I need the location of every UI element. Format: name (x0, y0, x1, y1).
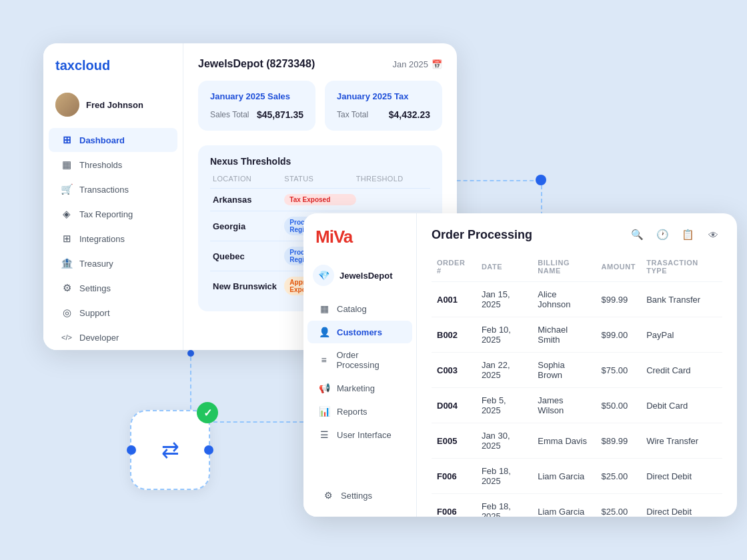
order-amount: $99.00 (596, 317, 642, 353)
developer-icon: </> (61, 331, 73, 343)
order-date: Jan 15, 2025 (476, 282, 532, 317)
sidebar-item-label: Thresholds (79, 160, 122, 170)
nexus-table-header: Location Status Threshold (210, 175, 430, 188)
miva-main: Order Processing 🔍 🕐 📋 👁 ORDER # DATE BI… (417, 213, 737, 517)
order-amount: $50.00 (596, 388, 642, 423)
col-order: ORDER # (432, 255, 476, 282)
order-amount: $99.99 (596, 282, 642, 317)
nav-label: Reports (337, 407, 367, 417)
sales-value: $45,871.35 (257, 109, 303, 120)
col-location: Location (213, 175, 284, 183)
nav-label: Settings (341, 491, 372, 501)
tax-reporting-icon: ◈ (61, 208, 73, 220)
order-date: Jan 22, 2025 (476, 353, 532, 388)
nav-label: Order Processing (336, 350, 402, 370)
sales-card: January 2025 Sales Sales Total $45,871.3… (198, 81, 315, 131)
username: Fred Johnson (86, 100, 143, 110)
transaction-type: Credit Card (641, 353, 722, 388)
miva-nav-marketing[interactable]: 📢 Marketing (307, 377, 412, 399)
miva-nav-order-processing[interactable]: ≡ Order Processing (307, 344, 412, 376)
sidebar-item-label: Developer (79, 333, 119, 343)
miva-logo: MiVa (303, 227, 416, 258)
support-icon: ◎ (61, 307, 73, 319)
billing-name: Alice Johnson (532, 282, 596, 317)
settings-icon: ⚙ (61, 282, 73, 294)
miva-nav-reports[interactable]: 📊 Reports (307, 400, 412, 423)
sidebar-item-label: Dashboard (79, 135, 125, 145)
col-date: DATE (476, 255, 532, 282)
col-transaction-type: TRASACTION TYPE (641, 255, 722, 282)
sidebar-item-label: Support (79, 308, 110, 318)
sidebar-item-transactions[interactable]: 🛒 Transactions (49, 177, 177, 201)
transactions-icon: 🛒 (61, 183, 73, 195)
store-icon: 💎 (313, 265, 334, 286)
store-date: Jan 2025 📅 (393, 59, 443, 69)
sidebar-item-dashboard[interactable]: ⊞ Dashboard (49, 128, 177, 152)
nav-label: User Interface (337, 430, 392, 440)
transaction-type: Wire Transfer (641, 423, 722, 459)
search-icon[interactable]: 🔍 (628, 225, 646, 244)
miva-main-header: Order Processing 🔍 🕐 📋 👁 (432, 225, 722, 244)
store-name-label: JewelsDepot (339, 271, 392, 281)
store-name: JewelsDepot (8273348) (198, 58, 315, 70)
miva-nav-customers[interactable]: 👤 Customers (307, 321, 412, 343)
miva-store-selector[interactable]: 💎 JewelsDepot (303, 258, 416, 297)
catalog-icon: ▦ (318, 303, 330, 314)
settings-icon: ⚙ (322, 490, 334, 501)
transaction-type: PayPal (641, 317, 722, 353)
thresholds-icon: ▦ (61, 159, 73, 171)
bookmark-icon[interactable]: 📋 (678, 225, 697, 244)
order-date: Feb 18, 2025 (476, 494, 532, 517)
connector-dot-right (536, 175, 546, 185)
sidebar-item-treasury[interactable]: 🏦 Treasury (49, 251, 177, 275)
table-row: B002 Feb 10, 2025 Michael Smith $99.00 P… (432, 317, 722, 353)
sales-label: Sales Total (210, 110, 249, 119)
connector-dot-v (187, 350, 194, 357)
transfer-dot-left (127, 445, 136, 455)
order-processing-icon: ≡ (318, 355, 329, 365)
sidebar-item-developer[interactable]: </> Developer (49, 325, 177, 349)
table-row: A001 Jan 15, 2025 Alice Johnson $99.99 B… (432, 282, 722, 317)
order-table: ORDER # DATE BILLING NAME AMOUNT TRASACT… (432, 255, 722, 517)
page-title: Order Processing (432, 228, 532, 242)
transaction-type: Direct Debit (641, 494, 722, 517)
connector-h2 (213, 421, 310, 423)
sidebar-item-settings[interactable]: ⚙ Settings (49, 276, 177, 300)
nav-label: Catalog (337, 304, 367, 314)
history-icon[interactable]: 🕐 (653, 225, 672, 244)
sidebar-item-integrations[interactable]: ⊞ Integrations (49, 227, 177, 251)
customers-icon: 👤 (318, 327, 330, 337)
check-icon: ✓ (197, 402, 218, 423)
col-billing-name: BILLING NAME (532, 255, 596, 282)
col-status: Status (284, 175, 355, 183)
sidebar-item-label: Transactions (79, 185, 129, 195)
miva-settings: ⚙ Settings (303, 483, 416, 507)
order-date: Feb 18, 2025 (476, 459, 532, 494)
calendar-icon: 📅 (432, 59, 442, 69)
miva-nav-settings[interactable]: ⚙ Settings (311, 484, 408, 507)
nav-label: Customers (337, 327, 382, 337)
integrations-icon: ⊞ (61, 233, 73, 245)
miva-nav-catalog[interactable]: ▦ Catalog (307, 297, 412, 320)
tc-user: Fred Johnson (43, 87, 183, 127)
tax-card: January 2025 Tax Tax Total $4,432.23 (325, 81, 442, 131)
avatar (55, 93, 79, 117)
sidebar-item-tax-reporting[interactable]: ◈ Tax Reporting (49, 202, 177, 226)
col-threshold: Threshold (356, 175, 428, 183)
miva-nav-user-interface[interactable]: ☰ User Interface (307, 423, 412, 446)
sidebar-item-label: Integrations (79, 234, 125, 244)
transfer-arrows-icon: ⇄ (161, 437, 179, 463)
tc-store-header: JewelsDepot (8273348) Jan 2025 📅 (198, 58, 442, 70)
miva-sidebar: MiVa 💎 JewelsDepot ▦ Catalog 👤 Customers… (303, 213, 417, 517)
sidebar-item-label: Treasury (79, 259, 113, 269)
sidebar-item-support[interactable]: ◎ Support (49, 301, 177, 325)
order-date: Jan 30, 2025 (476, 423, 532, 459)
order-amount: $75.00 (596, 353, 642, 388)
order-amount: $25.00 (596, 494, 642, 517)
sidebar-item-thresholds[interactable]: ▦ Thresholds (49, 153, 177, 177)
tc-summary-cards: January 2025 Sales Sales Total $45,871.3… (198, 81, 442, 131)
order-number: B002 (432, 317, 476, 353)
view-icon[interactable]: 👁 (704, 225, 722, 244)
table-row: D004 Feb 5, 2025 James Wilson $50.00 Deb… (432, 388, 722, 423)
table-row: F006 Feb 18, 2025 Liam Garcia $25.00 Dir… (432, 494, 722, 517)
